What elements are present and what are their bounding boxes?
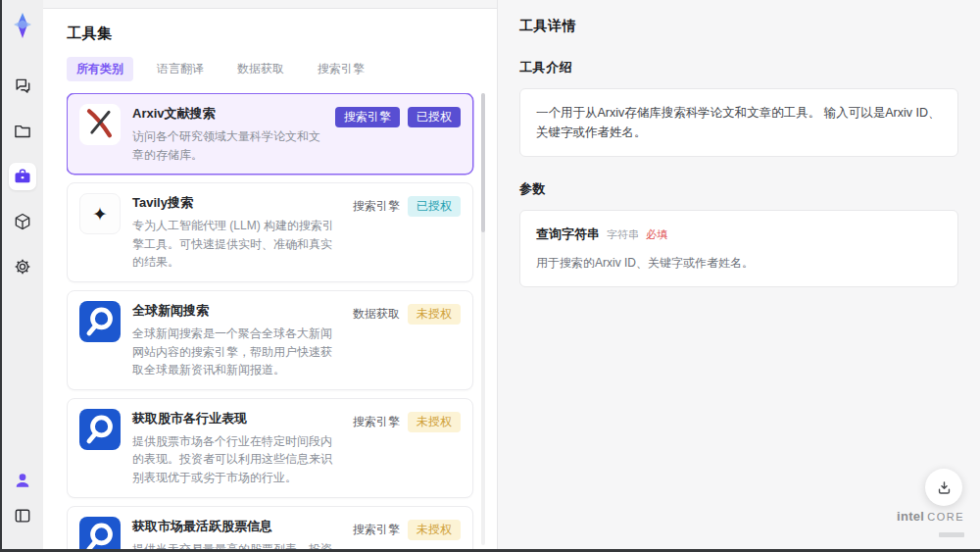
category-badge: 搜索引擎 (335, 107, 400, 127)
param-name: 查询字符串 (536, 225, 600, 245)
intro-text: 一个用于从Arxiv存储库搜索科学论文和文章的工具。 输入可以是Arxiv ID… (536, 106, 941, 139)
scrollbar-thumb[interactable] (481, 93, 485, 232)
category-label: 搜索引擎 (353, 522, 400, 538)
intro-box: 一个用于从Arxiv存储库搜索科学论文和文章的工具。 输入可以是Arxiv ID… (519, 88, 958, 157)
tool-description: 访问各个研究领域大量科学论文和文章的存储库。 (132, 127, 323, 164)
tool-name: 获取市场最活跃股票信息 (132, 518, 341, 535)
param-box: 查询字符串 字符串 必填 用于搜索的Arxiv ID、关键字或作者姓名。 (519, 210, 958, 287)
page-title: 工具集 (67, 25, 487, 43)
tool-tags: 搜索引擎 未授权 (353, 409, 461, 432)
tool-card-tavily[interactable]: ✦ Tavily搜索 专为人工智能代理 (LLM) 构建的搜索引擎工具。可快速提… (67, 182, 473, 282)
tab-data-fetch[interactable]: 数据获取 (227, 57, 294, 81)
details-title: 工具详情 (519, 18, 958, 35)
tool-name: Arxiv文献搜索 (132, 105, 323, 123)
tool-card-text: Tavily搜索 专为人工智能代理 (LLM) 构建的搜索引擎工具。可快速提供实… (132, 193, 341, 272)
tool-description: 提供股票市场各个行业在特定时间段内的表现。投资者可以利用这些信息来识别表现优于或… (132, 432, 341, 487)
cube-icon (13, 212, 32, 231)
tool-card-text: Arxiv文献搜索 访问各个研究领域大量科学论文和文章的存储库。 (132, 104, 323, 164)
download-button[interactable] (925, 469, 962, 506)
folder-icon (13, 122, 32, 141)
tab-search-engine[interactable]: 搜索引擎 (308, 57, 374, 81)
sidebar (2, 0, 43, 549)
param-header-row: 查询字符串 字符串 必填 (536, 225, 942, 245)
intel-sub-mark (939, 532, 964, 537)
tool-card-arxiv[interactable]: Arxiv文献搜索 访问各个研究领域大量科学论文和文章的存储库。 搜索引擎 已授… (67, 93, 473, 175)
sidebar-item-models[interactable] (9, 208, 36, 235)
tools-panel: 工具集 所有类别 语言翻译 数据获取 搜索引擎 Arxiv文献搜索 访问各个研究… (43, 8, 497, 549)
tool-tags: 搜索引擎 已授权 (335, 104, 461, 127)
tool-description: 全球新闻搜索是一个聚合全球各大新闻网站内容的搜索引擎，帮助用户快速获取全球最新资… (132, 325, 341, 379)
tool-card-active-stocks[interactable]: 获取市场最活跃股票信息 提供当天交易量最高的股票列表，投资者可以利用这些信息来识… (67, 506, 473, 549)
tab-all-categories[interactable]: 所有类别 (67, 57, 133, 81)
app-logo-icon (10, 12, 35, 39)
tool-details-panel: 工具详情 工具介绍 一个用于从Arxiv存储库搜索科学论文和文章的工具。 输入可… (497, 0, 980, 549)
category-label: 搜索引擎 (353, 198, 400, 215)
params-heading: 参数 (519, 180, 958, 198)
tool-card-text: 全球新闻搜索 全球新闻搜索是一个聚合全球各大新闻网站内容的搜索引擎，帮助用户快速… (132, 301, 341, 379)
tavily-star-icon: ✦ (79, 193, 121, 234)
auth-status-badge: 已授权 (408, 107, 461, 127)
tools-list: Arxiv文献搜索 访问各个研究领域大量科学论文和文章的存储库。 搜索引擎 已授… (67, 93, 487, 549)
tab-translation[interactable]: 语言翻译 (147, 57, 214, 81)
category-label: 数据获取 (353, 306, 400, 323)
param-type: 字符串 (607, 226, 639, 244)
tool-card-text: 获取股市各行业表现 提供股票市场各个行业在特定时间段内的表现。投资者可以利用这些… (132, 409, 341, 487)
sidebar-item-tools[interactable] (9, 163, 36, 190)
tool-tags: 搜索引擎 已授权 (353, 193, 461, 217)
user-avatar-icon (13, 471, 32, 490)
intro-heading: 工具介绍 (519, 59, 958, 76)
category-label: 搜索引擎 (353, 414, 400, 430)
active-stocks-icon (79, 517, 121, 549)
toolbox-icon (13, 167, 32, 186)
auth-status-badge: 未授权 (408, 304, 461, 325)
sidebar-item-chat[interactable] (9, 73, 36, 100)
collapse-sidebar-button[interactable] (9, 502, 36, 529)
tool-name: Tavily搜索 (132, 194, 341, 212)
param-description: 用于搜索的Arxiv ID、关键字或作者姓名。 (536, 254, 942, 273)
intel-core-logo: intelCORE (897, 509, 964, 541)
sidebar-item-settings[interactable] (9, 253, 36, 280)
tool-tags: 搜索引擎 未授权 (353, 517, 461, 540)
sidebar-item-files[interactable] (9, 118, 36, 145)
tool-tags: 数据获取 未授权 (353, 301, 461, 325)
tool-name: 获取股市各行业表现 (132, 410, 341, 427)
arxiv-icon (79, 104, 121, 145)
user-avatar-button[interactable] (9, 467, 36, 494)
app-window: 工具集 所有类别 语言翻译 数据获取 搜索引擎 Arxiv文献搜索 访问各个研究… (2, 0, 980, 549)
tool-description: 专为人工智能代理 (LLM) 构建的搜索引擎工具。可快速提供实时、准确和真实的结… (132, 217, 341, 272)
collapse-panel-icon (13, 506, 32, 526)
auth-status-badge: 未授权 (408, 520, 461, 540)
auth-status-badge: 已授权 (408, 196, 461, 217)
param-required-label: 必填 (646, 226, 667, 244)
core-wordmark: CORE (927, 511, 964, 523)
auth-status-badge: 未授权 (408, 412, 461, 432)
tool-card-text: 获取市场最活跃股票信息 提供当天交易量最高的股票列表，投资者可以利用这些信息来识… (132, 517, 341, 549)
tool-description: 提供当天交易量最高的股票列表，投资者可以利用这些信息来识别流动性强的股票和潜在的… (132, 540, 341, 549)
chat-icon (13, 76, 32, 96)
intel-wordmark: intel (897, 509, 924, 524)
stock-sector-icon (79, 409, 121, 450)
tool-card-stock-sectors[interactable]: 获取股市各行业表现 提供股票市场各个行业在特定时间段内的表现。投资者可以利用这些… (67, 398, 473, 498)
news-search-icon (79, 301, 121, 342)
tool-name: 全球新闻搜索 (132, 302, 341, 320)
tool-card-global-news[interactable]: 全球新闻搜索 全球新闻搜索是一个聚合全球各大新闻网站内容的搜索引擎，帮助用户快速… (67, 290, 473, 390)
download-icon (936, 479, 953, 496)
category-tabs: 所有类别 语言翻译 数据获取 搜索引擎 (67, 57, 487, 81)
settings-icon (13, 257, 32, 276)
